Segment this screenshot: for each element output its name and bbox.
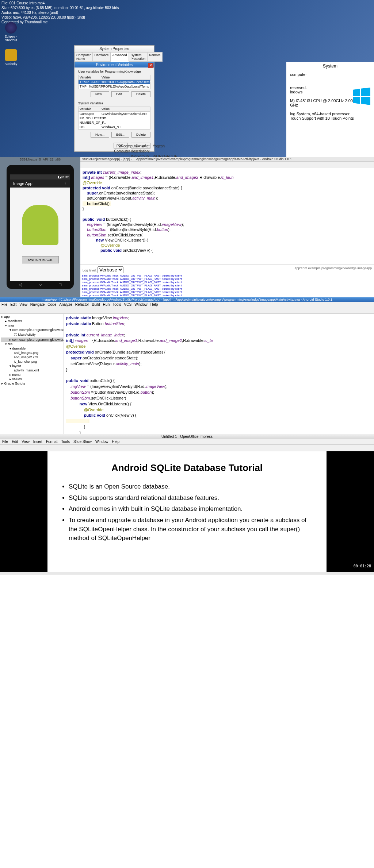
menu-format[interactable]: Format bbox=[46, 440, 58, 444]
cell-val: Windows_NT bbox=[100, 125, 150, 129]
cell-val: C:\Windows\system32\cmd.exe bbox=[100, 112, 150, 116]
menu-insert[interactable]: Insert bbox=[33, 440, 42, 444]
menu-slideshow[interactable]: Slide Show bbox=[73, 440, 92, 444]
eclipse-label: Eclipse - Shortcut bbox=[4, 35, 18, 42]
menu-file[interactable]: File bbox=[2, 440, 8, 444]
slide-margin-right bbox=[327, 451, 374, 572]
tree-values[interactable]: ▸ values bbox=[1, 377, 63, 381]
tree-image2[interactable]: and_image2.xml bbox=[1, 355, 63, 359]
tree-app[interactable]: ▸ app bbox=[1, 315, 63, 319]
menu-help[interactable]: Help bbox=[150, 302, 158, 306]
delete-button[interactable]: Delete bbox=[131, 91, 150, 97]
tabs-row: Computer Name Hardware Advanced System P… bbox=[75, 52, 154, 62]
menu-view[interactable]: View bbox=[19, 302, 27, 306]
cell-val: NO bbox=[100, 116, 150, 120]
new-button[interactable]: New... bbox=[91, 91, 109, 97]
oo-toolbar[interactable] bbox=[0, 445, 374, 451]
section-openoffice-impress: Untitled 1 - OpenOffice Impress File Edi… bbox=[0, 434, 374, 575]
tree-launcher[interactable]: ic_launcher.png bbox=[1, 359, 63, 364]
slide-margin-left bbox=[0, 451, 47, 572]
table-row[interactable]: OSWindows_NT bbox=[79, 125, 150, 129]
home-icon[interactable]: ○ bbox=[39, 282, 42, 287]
delete-button[interactable]: Delete bbox=[131, 132, 150, 138]
app-content: SWITCH IMAGE bbox=[10, 188, 70, 281]
android-robot-icon bbox=[22, 205, 58, 245]
logcat-panel: Log level: Verbose app:com.example.progr… bbox=[80, 265, 374, 297]
touch-text: Touch Support with 10 Touch Points bbox=[290, 116, 370, 120]
menu-run[interactable]: Run bbox=[103, 302, 110, 306]
menu-tools[interactable]: Tools bbox=[61, 440, 70, 444]
system-properties-dialog: System Properties Computer Name Hardware… bbox=[74, 45, 154, 152]
menu-code[interactable]: Code bbox=[47, 302, 56, 306]
tree-res[interactable]: ▾ res bbox=[1, 342, 63, 346]
menu-help[interactable]: Help bbox=[112, 440, 120, 444]
audacity-shortcut[interactable]: Audacity bbox=[4, 49, 18, 66]
menu-build[interactable]: Build bbox=[92, 302, 100, 306]
bullet-3: Android comes in with built in SQLite da… bbox=[69, 505, 316, 514]
menu-refactor[interactable]: Refactor bbox=[75, 302, 89, 306]
code-editor[interactable]: private static ImageView imgView; privat… bbox=[64, 314, 374, 434]
tab-hardware[interactable]: Hardware bbox=[93, 52, 111, 62]
eclipse-shortcut[interactable]: Eclipse - Shortcut bbox=[4, 22, 18, 42]
switch-image-button[interactable]: SWITCH IMAGE bbox=[22, 256, 59, 263]
menu-window[interactable]: Window bbox=[95, 440, 108, 444]
code-area[interactable]: private int current_image_index; int[] i… bbox=[80, 168, 374, 255]
bullet-2: SQLite supports standard relational data… bbox=[69, 494, 316, 503]
emulator-panel: 5554:Nexus_5_API_21_x86 ▮◢ 11:37 Image A… bbox=[0, 157, 80, 297]
tab-computer-name[interactable]: Computer Name bbox=[75, 52, 93, 62]
tree-gradle[interactable]: ▸ Gradle Scripts bbox=[1, 381, 63, 386]
tree-package[interactable]: ▾ com.example.programmingknowledge.image… bbox=[1, 328, 63, 332]
emulator-title: 5554:Nexus_5_API_21_x86 bbox=[0, 157, 80, 162]
menu-navigate[interactable]: Navigate bbox=[30, 302, 45, 306]
sys-vars-table: Variable Value ComSpecC:\Windows\system3… bbox=[78, 107, 150, 130]
bullet-4: To create and upgrade a database in your… bbox=[69, 516, 316, 543]
table-row[interactable]: NUMBER_OF_P...4 bbox=[79, 120, 150, 125]
menu-file[interactable]: File bbox=[1, 302, 7, 306]
new-button[interactable]: New... bbox=[91, 132, 109, 138]
project-tree[interactable]: ▸ app ▸ manifests ▾ java ▾ com.example.p… bbox=[0, 314, 64, 434]
tree-manifests[interactable]: ▸ manifests bbox=[1, 319, 63, 323]
menu-window[interactable]: Window bbox=[134, 302, 148, 306]
edit-button[interactable]: Edit... bbox=[111, 91, 129, 97]
table-row[interactable]: FP_NO_HOST_C...NO bbox=[79, 116, 150, 120]
as-toolbar[interactable] bbox=[80, 162, 374, 168]
recents-icon[interactable]: □ bbox=[59, 282, 61, 287]
as-menubar: File Edit View Navigate Code Analyze Ref… bbox=[0, 302, 374, 307]
clock: 11:37 bbox=[61, 175, 69, 179]
tree-activity-main[interactable]: activity_main.xml bbox=[1, 368, 63, 373]
slide-content[interactable]: Android SQLite Database Tutorial SQLite … bbox=[47, 451, 327, 572]
tab-system-protection[interactable]: System Protection bbox=[129, 52, 148, 62]
windows-logo-icon bbox=[353, 88, 370, 105]
close-icon[interactable]: ✕ bbox=[148, 63, 153, 68]
log-pkg: app:com.example.programmingknowledge.ima… bbox=[294, 266, 372, 273]
edit-button[interactable]: Edit... bbox=[111, 132, 129, 138]
tree-mainactivity[interactable]: ⓒ MainActivity bbox=[1, 332, 63, 337]
code-editor-panel: StudioProjects\ImageApp] - [app] - ...\a… bbox=[80, 157, 374, 297]
tab-remote[interactable]: Remote bbox=[147, 52, 163, 62]
dialog-titlebar: System Properties bbox=[75, 46, 154, 52]
log-level-select[interactable]: Verbose bbox=[98, 266, 123, 273]
tree-drawable[interactable]: ▾ drawable bbox=[1, 346, 63, 351]
tree-image1[interactable]: and_image1.png bbox=[1, 351, 63, 355]
tree-java[interactable]: ▾ java bbox=[1, 323, 63, 328]
tree-package-test[interactable]: ▸ com.example.programmingknowledge.image… bbox=[1, 337, 63, 342]
menu-edit[interactable]: Edit bbox=[10, 302, 16, 306]
menu-edit[interactable]: Edit bbox=[12, 440, 18, 444]
overflow-icon[interactable]: ⋮ bbox=[63, 181, 67, 186]
menu-analyze[interactable]: Analyze bbox=[59, 302, 72, 306]
menu-vcs[interactable]: VCS bbox=[124, 302, 132, 306]
back-icon[interactable]: ◁ bbox=[19, 282, 22, 287]
user-vars-table: Variable Value TEMP %USERPROFILE%\AppDat… bbox=[78, 75, 150, 89]
tab-advanced[interactable]: Advanced bbox=[111, 52, 129, 62]
as-main: ▸ app ▸ manifests ▾ java ▾ com.example.p… bbox=[0, 314, 374, 434]
tree-layout[interactable]: ▾ layout bbox=[1, 364, 63, 368]
table-row[interactable]: TEMP %USERPROFILE%\AppData\Local\Temp bbox=[79, 80, 150, 84]
status-bar: ▮◢ 11:37 bbox=[10, 174, 70, 180]
menu-view[interactable]: View bbox=[22, 440, 30, 444]
table-row[interactable]: ComSpecC:\Windows\system32\cmd.exe bbox=[79, 112, 150, 116]
table-row[interactable]: TMP %USERPROFILE%\AppData\Local\Temp bbox=[79, 84, 150, 89]
tree-menu[interactable]: ▸ menu bbox=[1, 373, 63, 377]
gen-line: Generated by Thumbnail me bbox=[1, 20, 373, 24]
menu-tools[interactable]: Tools bbox=[112, 302, 121, 306]
as-toolbar[interactable] bbox=[0, 307, 374, 314]
